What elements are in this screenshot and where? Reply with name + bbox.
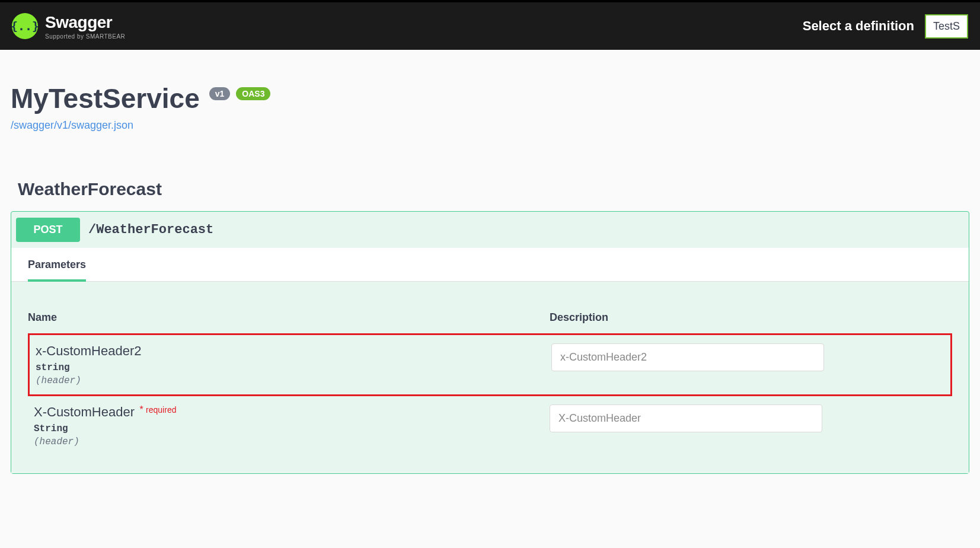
- select-definition-label: Select a definition: [803, 18, 914, 34]
- operation-header[interactable]: POST /WeatherForecast: [11, 212, 969, 248]
- api-title: MyTestService: [11, 82, 200, 114]
- required-asterisk-icon: *: [139, 404, 143, 415]
- oas-badge: OAS3: [236, 87, 270, 100]
- topbar-right: Select a definition TestS: [803, 14, 968, 39]
- method-badge: POST: [16, 218, 80, 242]
- tab-parameters[interactable]: Parameters: [28, 259, 86, 282]
- definition-select[interactable]: TestS: [925, 14, 968, 39]
- logo-container: {..} Swagger Supported by SMARTBEAR: [12, 13, 125, 40]
- spec-url-link[interactable]: /swagger/v1/swagger.json: [11, 119, 133, 132]
- parameter-row: X-CustomHeader * required String (header…: [28, 396, 952, 455]
- swagger-logo-icon: {..}: [12, 13, 38, 39]
- api-info: MyTestService v1 OAS3 /swagger/v1/swagge…: [11, 50, 969, 155]
- parameter-in: (header): [34, 437, 550, 447]
- operation-block: POST /WeatherForecast Parameters Name De…: [11, 211, 969, 474]
- tag-title[interactable]: WeatherForecast: [11, 179, 969, 199]
- tabs: Parameters: [11, 248, 969, 282]
- column-description-header: Description: [550, 311, 608, 324]
- brand-name: Swagger: [45, 13, 125, 32]
- parameter-input[interactable]: [551, 343, 824, 371]
- version-badge: v1: [209, 87, 231, 100]
- parameter-row: x-CustomHeader2 string (header): [28, 333, 952, 396]
- topbar: {..} Swagger Supported by SMARTBEAR Sele…: [0, 0, 980, 50]
- parameter-input[interactable]: [550, 404, 822, 432]
- parameter-type: String: [34, 423, 550, 434]
- operation-path: /WeatherForecast: [88, 222, 213, 237]
- parameter-type: string: [36, 362, 551, 373]
- required-label: required: [146, 405, 176, 415]
- tag-section: WeatherForecast POST /WeatherForecast Pa…: [11, 179, 969, 474]
- parameters-table: Name Description x-CustomHeader2 string …: [11, 282, 969, 473]
- parameter-in: (header): [36, 375, 551, 386]
- parameter-name: x-CustomHeader2: [36, 343, 551, 359]
- column-name-header: Name: [28, 311, 550, 324]
- brand-subtitle: Supported by SMARTBEAR: [45, 33, 125, 40]
- parameter-name: X-CustomHeader: [34, 404, 135, 419]
